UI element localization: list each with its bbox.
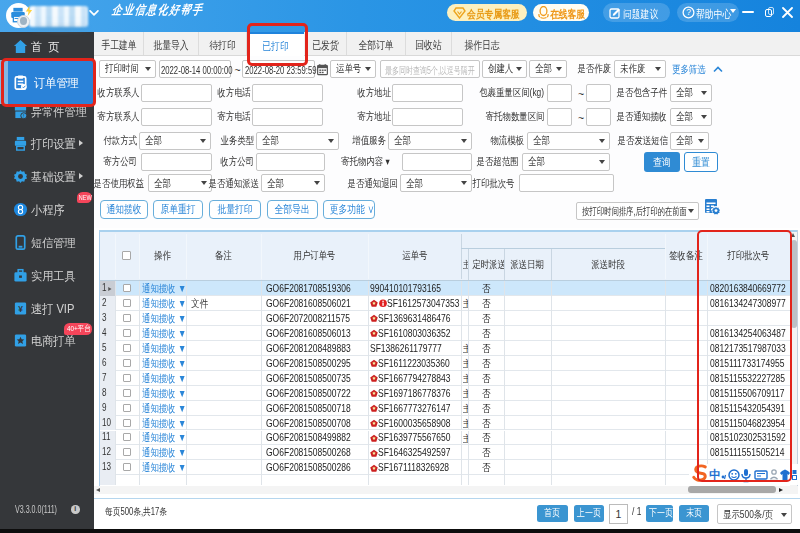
- svg-text:¥: ¥: [18, 304, 23, 314]
- svg-text:?: ?: [686, 7, 691, 17]
- svg-text:!: !: [23, 112, 24, 118]
